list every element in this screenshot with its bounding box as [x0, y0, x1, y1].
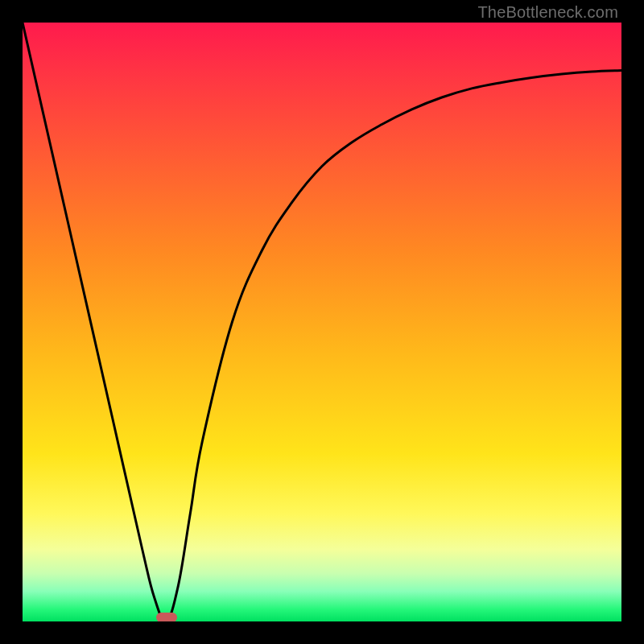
bottleneck-curve [23, 23, 621, 621]
chart-frame: TheBottleneck.com [0, 0, 644, 644]
curve-svg [23, 23, 621, 621]
marker-point [156, 613, 177, 621]
watermark-text: TheBottleneck.com [477, 3, 618, 22]
plot-area [23, 23, 621, 621]
